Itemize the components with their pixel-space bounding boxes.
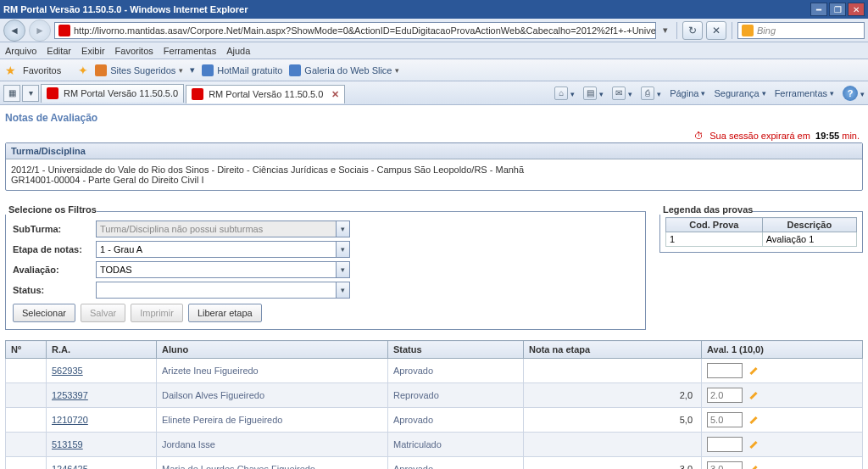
feeds-button[interactable]: ▤ [583,87,604,100]
turma-line1: 2012/1 - Universidade do Vale do Rio dos… [11,165,857,175]
ra-link[interactable]: 513159 [52,439,83,449]
stop-button[interactable]: ✕ [706,21,726,40]
browser-tab-1[interactable]: RM Portal Versão 11.50.5.0 [41,84,184,103]
selecionar-button[interactable]: Selecionar [13,304,75,322]
menu-ajuda[interactable]: Ajuda [226,46,250,56]
cell-status: Reprovado [388,383,524,408]
grades-grid: Nº R.A. Aluno Status Nota na etapa Aval.… [5,340,863,469]
cell-nota: 3,0 [524,457,702,470]
ra-link[interactable]: 1253397 [52,390,88,400]
favorites-label[interactable]: Favoritos [23,65,61,75]
maximize-button[interactable]: ❐ [829,3,846,16]
cell-aval [702,383,863,408]
cell-ra: 562935 [47,359,157,383]
cell-aluno: Dailson Alves Figueiredo [157,383,388,408]
address-bar[interactable]: http://livorno.mantidas.asav/Corpore.Net… [54,22,656,39]
bing-icon [742,25,754,36]
close-button[interactable]: ✕ [848,3,865,16]
menu-ferramentas[interactable]: Ferramentas [164,46,216,56]
tab-label: RM Portal Versão 11.50.5.0 [209,89,323,99]
etapa-label: Etapa de notas: [13,244,96,254]
legenda-desc: Avaliação 1 [762,232,856,247]
search-box[interactable]: Bing [737,22,865,39]
grade-input[interactable] [707,412,743,427]
add-favorite-icon[interactable]: ✦ [78,64,88,77]
menu-exibir[interactable]: Exibir [81,46,105,56]
tools-menu[interactable]: Ferramentas [775,88,834,98]
page-title: Notas de Avaliação [5,109,863,129]
etapa-value: 1 - Grau A [100,244,142,254]
cell-ra: 1210720 [47,408,157,433]
nav-forward-button[interactable]: ► [29,20,51,42]
security-menu[interactable]: Segurança [714,88,765,98]
ie-tab-row: ▦ ▾ RM Portal Versão 11.50.5.0 RM Portal… [0,81,868,105]
browser-tab-2[interactable]: RM Portal Versão 11.50.5.0 ✕ [186,85,345,103]
cell-ra: 1253397 [47,383,157,408]
col-ra: R.A. [47,341,157,359]
cell-aval [702,433,863,457]
tab-label: RM Portal Versão 11.50.5.0 [64,88,178,98]
cell-status: Aprovado [388,408,524,433]
edit-icon[interactable] [748,414,760,426]
menu-editar[interactable]: Editar [47,46,71,56]
cell-ra: 513159 [47,433,157,457]
chevron-down-icon[interactable]: ▾ [336,262,349,277]
legenda-fieldset: Cod. Prova Descrição 1 Avaliação 1 [659,211,863,253]
col-n: Nº [6,341,47,359]
help-button[interactable]: ? [843,86,865,101]
fav-hotmail[interactable]: HotMail gratuito [202,64,282,76]
cell-status: Matriculado [388,433,524,457]
print-button[interactable]: ⎙ [641,87,661,100]
cell-nota [524,359,702,383]
menu-favoritos[interactable]: Favoritos [115,46,153,56]
ie-command-bar: ⌂ ▤ ✉ ⎙ Página Segurança Ferramentas ? [554,86,865,101]
chevron-down-icon[interactable]: ▾ [336,282,349,298]
page-menu[interactable]: Página [670,88,705,98]
turma-panel: Turma/Disciplina 2012/1 - Universidade d… [5,142,863,191]
home-button[interactable]: ⌂ [554,87,575,100]
menu-arquivo[interactable]: Arquivo [5,46,36,56]
filters-fieldset: SubTurma: Turma/Disciplina não possui su… [5,211,646,330]
nav-back-button[interactable]: ◄ [3,20,25,42]
avaliacao-label: Avaliação: [13,265,96,275]
fav-galeria[interactable]: Galeria do Web Slice [289,64,399,76]
tab-close-icon[interactable]: ✕ [331,89,339,100]
favorites-star-icon[interactable]: ★ [5,64,16,77]
session-suffix: min. [842,131,860,141]
cell-aluno: Maria de Lourdes Chaves Figueiredo [157,457,388,470]
col-nota: Nota na etapa [524,341,702,359]
ra-link[interactable]: 562935 [52,366,83,376]
edit-icon[interactable] [748,365,760,377]
cell-n [6,408,47,433]
ra-link[interactable]: 1210720 [52,415,88,425]
edit-icon[interactable] [748,438,760,450]
refresh-button[interactable]: ↻ [682,21,703,40]
chevron-down-icon: ▾ [336,221,349,237]
tab-favicon-icon [47,87,58,99]
window-titlebar: RM Portal Versão 11.50.5.0 - Windows Int… [0,0,868,19]
avaliacao-select[interactable]: TODAS ▾ [96,261,350,278]
edit-icon[interactable] [748,463,760,469]
minimize-button[interactable]: ━ [810,3,827,16]
status-select[interactable]: ▾ [96,282,350,299]
address-dropdown-icon[interactable]: ▾ [659,25,671,36]
edit-icon[interactable] [748,389,760,401]
turma-line2: GR14001-00004 - Parte Geral do Direito C… [11,175,857,185]
liberar-etapa-button[interactable]: Liberar etapa [188,304,262,322]
chevron-down-icon[interactable]: ▾ [336,242,349,257]
fav-sites-sugeridos[interactable]: Sites Sugeridos [95,64,183,76]
ra-link[interactable]: 1246425 [52,464,88,469]
grade-input[interactable] [707,461,743,469]
grade-input[interactable] [707,437,743,452]
etapa-select[interactable]: 1 - Grau A ▾ [96,241,350,258]
mail-button[interactable]: ✉ [612,87,632,100]
cell-ra: 1246425 [47,457,157,470]
cell-nota: 5,0 [524,408,702,433]
grade-input[interactable] [707,363,743,378]
quick-tabs-drop-icon[interactable]: ▾ [22,85,39,102]
quick-tabs-icon[interactable]: ▦ [3,85,20,102]
tab-favicon-icon [192,88,203,100]
imprimir-button: Imprimir [131,304,183,322]
subturma-select: Turma/Disciplina não possui subturmas ▾ [96,221,350,237]
grade-input[interactable] [707,388,743,403]
